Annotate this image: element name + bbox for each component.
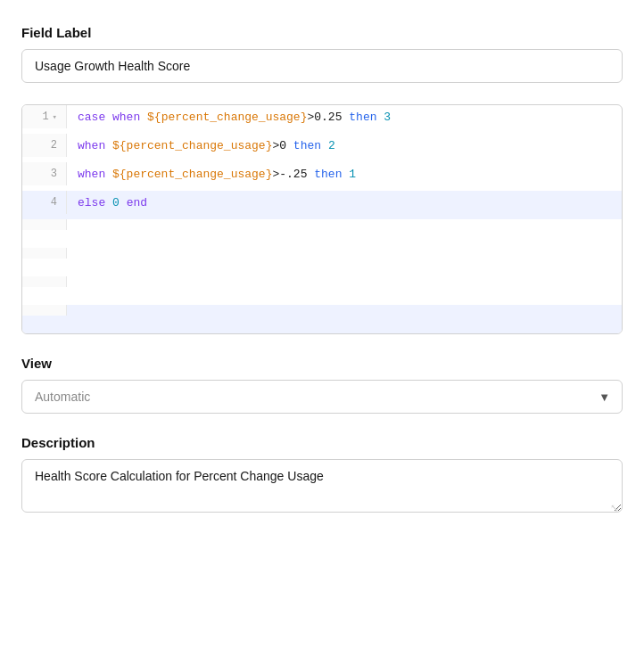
line-number-3: 3: [22, 162, 67, 185]
code-line-empty-3: [22, 276, 622, 305]
view-select-wrapper: Automatic Table Chart List ▼: [21, 380, 623, 414]
code-line-empty-1: [22, 219, 622, 248]
code-line-1: 1 ▾ case when ${percent_change_usage}>0.…: [22, 105, 622, 134]
field-label-section: Field Label: [21, 25, 623, 83]
code-lines: 1 ▾ case when ${percent_change_usage}>0.…: [22, 105, 622, 333]
code-line-3: 3 when ${percent_change_usage}>-.25 then…: [22, 162, 622, 191]
description-section: Description Health Score Calculation for…: [21, 435, 623, 515]
line-content-3: when ${percent_change_usage}>-.25 then 1: [67, 162, 622, 186]
description-textarea-wrapper: Health Score Calculation for Percent Cha…: [21, 459, 623, 515]
line-number-empty-3: [22, 276, 67, 287]
line-number-1: 1 ▾: [22, 105, 67, 128]
line-number-2: 2: [22, 134, 67, 157]
view-label-heading: View: [21, 356, 623, 371]
field-label-input[interactable]: [21, 49, 623, 83]
line-number-empty-4: [22, 305, 67, 316]
view-select[interactable]: Automatic Table Chart List: [21, 380, 623, 414]
code-line-empty-4: [22, 305, 622, 333]
description-label-heading: Description: [21, 435, 623, 450]
line-number-empty-2: [22, 248, 67, 259]
description-input[interactable]: Health Score Calculation for Percent Cha…: [21, 459, 623, 513]
code-editor-section: 1 ▾ case when ${percent_change_usage}>0.…: [21, 104, 623, 334]
code-line-4: 4 else 0 end: [22, 191, 622, 219]
code-editor[interactable]: 1 ▾ case when ${percent_change_usage}>0.…: [21, 104, 623, 334]
view-section: View Automatic Table Chart List ▼: [21, 356, 623, 414]
line-content-2: when ${percent_change_usage}>0 then 2: [67, 134, 622, 158]
line-number-empty-1: [22, 219, 67, 230]
code-line-empty-2: [22, 248, 622, 276]
line-number-4: 4: [22, 191, 67, 214]
line-content-4: else 0 end: [67, 191, 622, 215]
code-line-2: 2 when ${percent_change_usage}>0 then 2: [22, 134, 622, 162]
field-label-heading: Field Label: [21, 25, 623, 40]
line-content-1: case when ${percent_change_usage}>0.25 t…: [67, 105, 622, 129]
chevron-icon: ▾: [53, 112, 57, 122]
resize-handle-icon: ⤡: [610, 503, 619, 512]
